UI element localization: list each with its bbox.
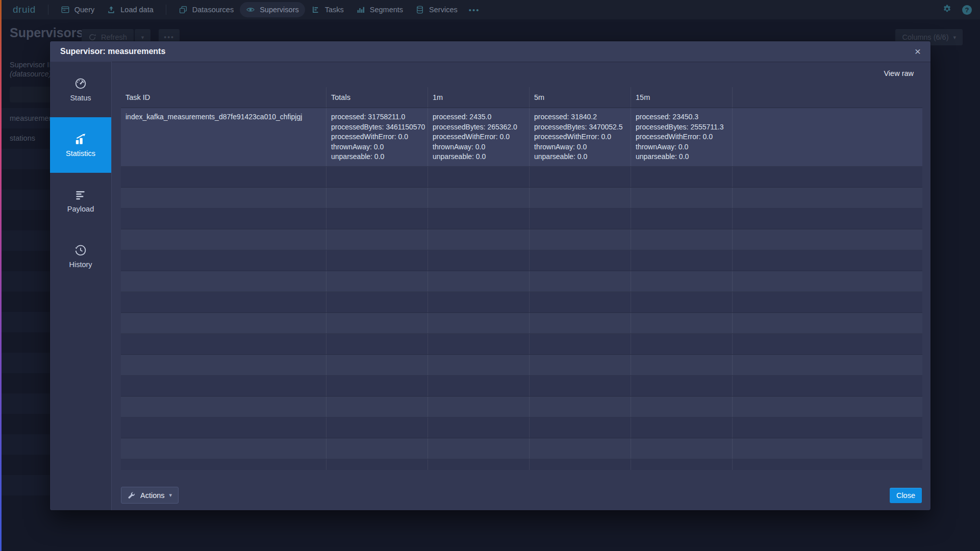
align-left-icon: [74, 188, 87, 201]
table-empty-row: [121, 376, 922, 397]
statistics-table: Task ID Totals 1m 5m 15m index_kafka_mea…: [121, 87, 922, 470]
table-empty-row: [121, 208, 922, 229]
dialog-header: Supervisor: measurements ×: [50, 41, 931, 62]
nav-right-icons: ?: [942, 4, 972, 16]
page-title: Supervisors: [10, 25, 84, 40]
column-header-blank: [732, 87, 922, 108]
druid-logo[interactable]: druid: [8, 4, 36, 15]
column-header-15m[interactable]: 15m: [631, 87, 732, 108]
nav-divider: [48, 5, 48, 15]
nav-item-segments[interactable]: Segments: [350, 2, 409, 17]
column-header-1m[interactable]: 1m: [428, 87, 529, 108]
gauge-icon: [74, 77, 87, 90]
window-1m-cell: processed: 2435.0 processedBytes: 265362…: [428, 108, 529, 166]
dialog-title: Supervisor: measurements: [60, 47, 165, 56]
supervisor-id-column-header[interactable]: Supervisor ID (datasource): [10, 60, 55, 78]
dialog-body: Status Statistics: [50, 62, 931, 510]
nav-label: Segments: [370, 6, 403, 14]
nav-item-tasks[interactable]: Tasks: [305, 2, 350, 17]
history-icon: [74, 244, 87, 257]
table-empty-row: [121, 397, 922, 417]
datasources-icon: [179, 5, 188, 14]
column-header-label: Supervisor ID: [10, 60, 55, 69]
nav-label: Query: [74, 6, 95, 14]
table-row: index_kafka_measurements_d87fe91423ca010…: [121, 108, 922, 167]
table-empty-row: [121, 417, 922, 438]
view-raw-link[interactable]: View raw: [884, 69, 914, 77]
nav-label: Datasources: [192, 6, 234, 14]
dialog-footer: Actions ▾ Close: [121, 487, 922, 504]
tab-label: Statistics: [66, 149, 95, 158]
table-empty-row: [121, 459, 922, 470]
tab-status[interactable]: Status: [50, 62, 111, 117]
nav-divider: [166, 5, 166, 15]
nav-item-supervisors[interactable]: Supervisors: [240, 2, 305, 17]
nav-item-load-data[interactable]: Load data: [100, 2, 160, 17]
tab-label: Payload: [67, 205, 94, 213]
eye-icon: [246, 5, 255, 14]
task-id-cell[interactable]: index_kafka_measurements_d87fe91423ca010…: [121, 108, 326, 166]
table-empty-row: [121, 250, 922, 271]
gear-icon[interactable]: [942, 4, 952, 16]
totals-cell: processed: 31758211.0 processedBytes: 34…: [326, 108, 428, 166]
actions-label: Actions: [140, 491, 165, 500]
tab-statistics[interactable]: Statistics: [50, 117, 111, 173]
nav-overflow-button[interactable]: •••: [464, 6, 485, 14]
supervisor-row-stations[interactable]: stations: [10, 134, 35, 142]
column-header-totals[interactable]: Totals: [326, 87, 428, 108]
chevron-down-icon: ▾: [169, 492, 172, 498]
supervisor-dialog: Supervisor: measurements ×: [50, 41, 931, 510]
table-empty-row: [121, 438, 922, 459]
help-icon[interactable]: ?: [962, 5, 972, 15]
table-empty-row: [121, 167, 922, 188]
gantt-icon: [311, 5, 320, 14]
column-header-task-id[interactable]: Task ID: [121, 87, 326, 108]
table-empty-rows: [121, 167, 922, 470]
tab-label: History: [69, 260, 92, 269]
screen-edge-gradient: [0, 0, 2, 551]
column-header-sublabel: (datasource): [10, 69, 55, 78]
wrench-icon: [128, 491, 136, 500]
nav-item-datasources[interactable]: Datasources: [172, 2, 240, 17]
nav-item-services[interactable]: Services: [409, 2, 464, 17]
table-empty-row: [121, 334, 922, 355]
actions-button[interactable]: Actions ▾: [121, 487, 179, 504]
nav-item-query[interactable]: Query: [55, 2, 101, 17]
refresh-label: Refresh: [101, 33, 127, 41]
screen: druid Query Load data Datasources: [0, 0, 980, 551]
nav-label: Services: [429, 6, 458, 14]
chevron-down-icon: ▾: [953, 35, 956, 40]
table-empty-row: [121, 355, 922, 376]
tab-label: Status: [70, 94, 91, 102]
tab-payload[interactable]: Payload: [50, 173, 111, 228]
chart-icon: [74, 133, 87, 146]
top-nav: druid Query Load data Datasources: [0, 0, 980, 19]
chevron-down-icon: ▾: [141, 35, 144, 40]
tab-history[interactable]: History: [50, 228, 111, 284]
column-header-5m[interactable]: 5m: [529, 87, 631, 108]
table-empty-row: [121, 271, 922, 292]
columns-label: Columns (6/6): [902, 33, 948, 41]
table-empty-row: [121, 292, 922, 313]
dialog-side-tabs: Status Statistics: [50, 62, 112, 510]
window-15m-cell: processed: 23450.3 processedBytes: 25557…: [631, 108, 732, 166]
close-icon[interactable]: ×: [910, 44, 925, 59]
table-empty-row: [121, 188, 922, 208]
database-icon: [415, 5, 424, 14]
table-empty-row: [121, 229, 922, 250]
window-5m-cell: processed: 31840.2 processedBytes: 34700…: [529, 108, 631, 166]
nav-label: Supervisors: [260, 6, 299, 14]
nav-label: Tasks: [325, 6, 344, 14]
nav-label: Load data: [120, 6, 154, 14]
logo-text: druid: [13, 4, 36, 15]
blank-cell: [732, 108, 922, 166]
upload-icon: [107, 5, 116, 14]
background-table-stripes: [0, 108, 50, 512]
refresh-icon: [88, 33, 96, 41]
bar-chart-icon: [356, 5, 365, 14]
dialog-content: View raw Task ID Totals 1m 5m 15m index_…: [112, 62, 931, 510]
table-header-row: Task ID Totals 1m 5m 15m: [121, 87, 922, 108]
table-empty-row: [121, 313, 922, 334]
close-button[interactable]: Close: [890, 488, 922, 503]
console-icon: [61, 5, 70, 14]
